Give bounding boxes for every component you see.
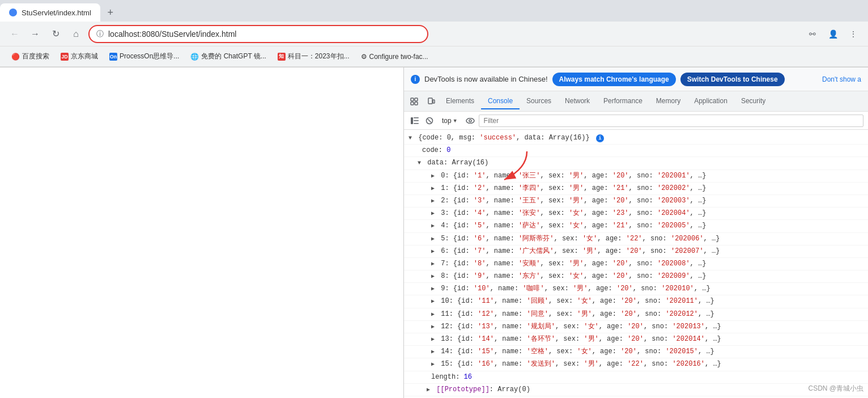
bookmarks-bar: 🔴 百度搜索 JD 京东商城 On ProcessOn思维导... 🌐 免费的 … (0, 46, 868, 67)
extensions-button[interactable]: ⚯ (805, 26, 820, 42)
bookmark-label: 百度搜索 (22, 52, 49, 61)
item-toggle-8[interactable]: ▶ (431, 273, 435, 280)
console-root-line[interactable]: ▼ {code: 0, msg: 'success', data: Array(… (404, 132, 868, 145)
svg-rect-6 (411, 117, 413, 124)
tab-application[interactable]: Application (687, 94, 734, 109)
bookmark-label: ProcessOn思维导... (120, 52, 179, 61)
array-item-8[interactable]: ▶ 8: {id: '9', name: '东方', sex: '女', age… (404, 270, 868, 283)
devtools-panel: i DevTools is now available in Chinese! … (403, 67, 868, 398)
back-button[interactable]: ← (7, 26, 23, 42)
sidebar-toggle-button[interactable] (409, 115, 421, 127)
reload-button[interactable]: ↻ (48, 26, 63, 42)
expand-root-toggle[interactable]: ▼ (409, 135, 412, 141)
console-code-line[interactable]: code: 0 (404, 145, 868, 157)
tab-performance[interactable]: Performance (597, 94, 649, 109)
array-item-11[interactable]: ▶ 11: {id: '12', name: '同意', sex: '男', a… (404, 308, 868, 321)
profile-button[interactable]: 👤 (825, 26, 841, 42)
console-toolbar: top ▼ (404, 112, 868, 130)
svg-rect-7 (414, 117, 419, 118)
item-toggle-15[interactable]: ▶ (431, 361, 435, 367)
array-item-6[interactable]: ▶ 6: {id: '7', name: '广大儒风', sex: '男', a… (404, 245, 868, 258)
jd-icon: JD (61, 53, 69, 61)
eye-button[interactable] (464, 115, 476, 127)
item-toggle-11[interactable]: ▶ (431, 311, 435, 317)
array-item-13[interactable]: ▶ 13: {id: '14', name: '各环节', sex: '男', … (404, 333, 868, 346)
active-tab[interactable]: StuServlet/index.html (0, 3, 100, 22)
tab-network[interactable]: Network (558, 94, 597, 109)
item-toggle-14[interactable]: ▶ (431, 349, 435, 355)
baidu-icon: 🔴 (11, 53, 20, 61)
svg-rect-3 (415, 102, 418, 105)
bookmark-processon[interactable]: On ProcessOn思维导... (105, 49, 184, 63)
item-toggle-5[interactable]: ▶ (431, 236, 435, 242)
clear-console-button[interactable] (423, 115, 436, 127)
data-expand-toggle[interactable]: ▼ (418, 160, 421, 166)
switch-chinese-button[interactable]: Switch DevTools to Chinese (680, 73, 785, 86)
processon-icon: On (109, 53, 117, 61)
item-toggle-9[interactable]: ▶ (431, 286, 435, 292)
bookmark-baidu[interactable]: 🔴 百度搜索 (7, 49, 54, 63)
dismiss-link[interactable]: Don't show a (822, 75, 861, 83)
bookmark-jd[interactable]: JD 京东商城 (56, 49, 103, 63)
new-tab-button[interactable]: + (103, 5, 118, 20)
device-toolbar-button[interactable] (423, 94, 439, 109)
item-toggle-0[interactable]: ▶ (431, 173, 435, 179)
devtools-tabs: Elements Console Sources Network Perform… (404, 91, 868, 112)
console-output[interactable]: ▼ {code: 0, msg: 'success', data: Array(… (404, 130, 868, 398)
array-item-5[interactable]: ▶ 5: {id: '6', name: '阿斯蒂芬', sex: '女', a… (404, 233, 868, 245)
tab-security[interactable]: Security (734, 94, 772, 109)
filter-input[interactable] (479, 115, 863, 127)
item-toggle-1[interactable]: ▶ (431, 185, 435, 192)
bookmark-kmyi[interactable]: 知 科目一：2023年扣... (273, 49, 354, 63)
info-badge: i (596, 134, 604, 142)
console-data-expand[interactable]: ▼ data: Array(16) (404, 157, 868, 170)
array-item-0[interactable]: ▶ 0: {id: '1', name: '张三', sex: '男', age… (404, 170, 868, 183)
forward-button[interactable]: → (27, 26, 43, 42)
array-item-7[interactable]: ▶ 7: {id: '8', name: '安顺', sex: '男', age… (404, 258, 868, 270)
tab-console[interactable]: Console (481, 94, 520, 109)
console-length-line[interactable]: length: 16 (404, 371, 868, 384)
item-toggle-12[interactable]: ▶ (431, 324, 435, 330)
array-item-15[interactable]: ▶ 15: {id: '16', name: '发送到', sex: '男', … (404, 358, 868, 371)
svg-rect-1 (415, 98, 418, 101)
match-language-button[interactable]: Always match Chrome's language (552, 73, 676, 86)
context-selector[interactable]: top ▼ (438, 115, 462, 126)
bookmark-label: 免费的 ChatGPT 镜... (201, 52, 266, 61)
array-item-12[interactable]: ▶ 12: {id: '13', name: '规划局', sex: '女', … (404, 321, 868, 333)
array-item-3[interactable]: ▶ 3: {id: '4', name: '张安', sex: '女', age… (404, 208, 868, 220)
menu-button[interactable]: ⋮ (845, 26, 861, 42)
github-icon: ⚙ (361, 53, 367, 61)
tab-favicon (9, 9, 17, 16)
bookmark-github[interactable]: ⚙ Configure two-fac... (356, 50, 433, 63)
array-item-9[interactable]: ▶ 9: {id: '10', name: '咖啡', sex: '男', ag… (404, 283, 868, 295)
tab-memory[interactable]: Memory (649, 94, 687, 109)
svg-rect-5 (433, 100, 435, 103)
svg-line-11 (428, 119, 431, 122)
array-item-1[interactable]: ▶ 1: {id: '2', name: '李四', sex: '男', age… (404, 183, 868, 195)
tab-title: StuServlet/index.html (22, 9, 91, 17)
array-item-4[interactable]: ▶ 4: {id: '5', name: '萨达', sex: '女', age… (404, 220, 868, 232)
array-item-14[interactable]: ▶ 14: {id: '15', name: '空格', sex: '女', a… (404, 346, 868, 358)
tab-sources[interactable]: Sources (520, 94, 558, 109)
array-item-10[interactable]: ▶ 10: {id: '11', name: '回顾', sex: '女', a… (404, 295, 868, 308)
proto-array-toggle[interactable]: ▶ (427, 387, 430, 393)
inspect-element-button[interactable] (406, 94, 422, 109)
item-toggle-4[interactable]: ▶ (431, 223, 435, 229)
console-prototype-array[interactable]: ▶ [[Prototype]]: Array(0) (404, 384, 868, 396)
item-toggle-7[interactable]: ▶ (431, 261, 435, 267)
item-toggle-13[interactable]: ▶ (431, 336, 435, 342)
chatgpt-icon: 🌐 (190, 53, 199, 61)
array-item-2[interactable]: ▶ 2: {id: '3', name: '王五', sex: '男', age… (404, 195, 868, 208)
item-toggle-3[interactable]: ▶ (431, 210, 435, 217)
item-toggle-10[interactable]: ▶ (431, 298, 435, 304)
item-toggle-6[interactable]: ▶ (431, 248, 435, 255)
bookmark-chatgpt[interactable]: 🌐 免费的 ChatGPT 镜... (186, 49, 270, 63)
address-bar[interactable]: ⓘ localhost:8080/StuServlet/index.html (88, 25, 428, 43)
svg-rect-8 (414, 120, 419, 121)
address-text: localhost:8080/StuServlet/index.html (108, 29, 236, 39)
tab-elements[interactable]: Elements (439, 94, 481, 109)
item-toggle-2[interactable]: ▶ (431, 198, 435, 204)
lock-icon: ⓘ (96, 29, 104, 39)
svg-rect-4 (428, 98, 432, 104)
home-button[interactable]: ⌂ (68, 26, 84, 42)
